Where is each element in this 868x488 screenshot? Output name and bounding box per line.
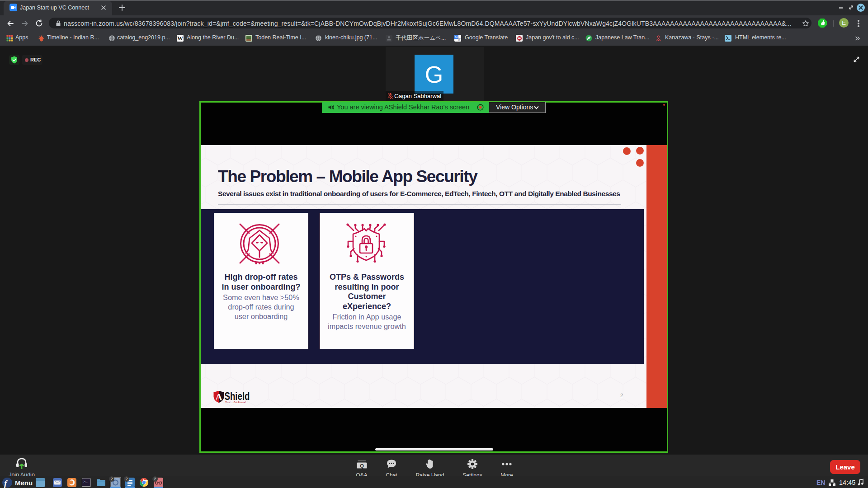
svg-text:Shield: Shield (225, 390, 250, 402)
svg-text:Trust.....But Ensure!: Trust.....But Ensure! (225, 401, 246, 404)
svg-text:Q: Q (360, 463, 364, 469)
svg-text:A: A (215, 391, 222, 403)
